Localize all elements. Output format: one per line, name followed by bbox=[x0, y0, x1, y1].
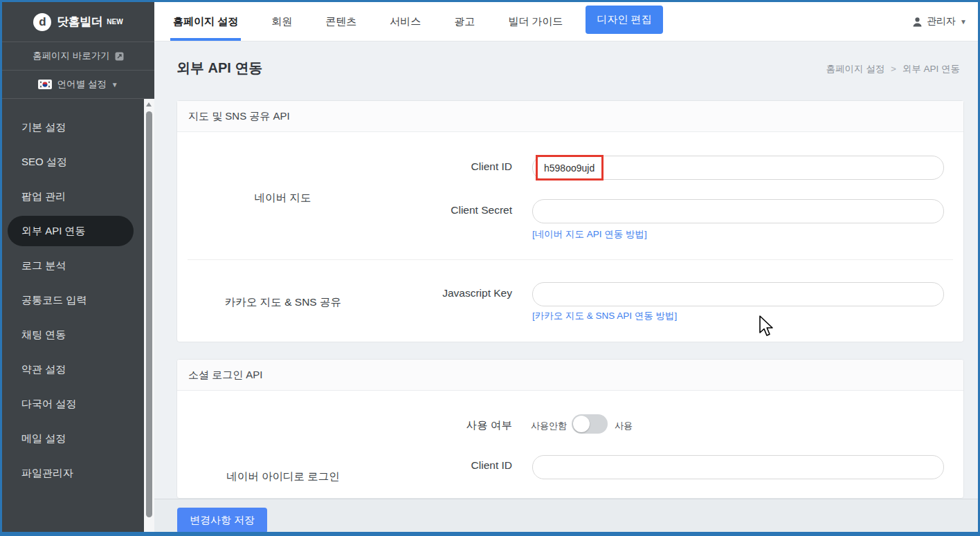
tab-services[interactable]: 서비스 bbox=[390, 2, 421, 41]
breadcrumb-parent[interactable]: 홈페이지 설정 bbox=[826, 64, 885, 74]
kakao-js-key-label: Javascript Key bbox=[374, 287, 512, 299]
sidebar-item-terms-settings[interactable]: 약관 설정 bbox=[2, 352, 145, 387]
sidebar-scrollbar[interactable] bbox=[144, 99, 154, 532]
admin-account-menu[interactable]: 관리자 ▼ bbox=[912, 2, 967, 41]
use-toggle-label: 사용 여부 bbox=[374, 418, 512, 433]
sidebar-menu: 기본 설정 SEO 설정 팝업 관리 외부 API 연동 로그 분석 공통코드 … bbox=[2, 99, 145, 490]
sidebar-item-basic-settings[interactable]: 기본 설정 bbox=[2, 110, 145, 145]
sidebar-item-log-analysis[interactable]: 로그 분석 bbox=[2, 248, 145, 283]
admin-label: 관리자 bbox=[927, 15, 956, 28]
section-divider bbox=[188, 259, 953, 260]
sidebar-item-mail-settings[interactable]: 메일 설정 bbox=[2, 421, 145, 456]
page-title: 외부 API 연동 bbox=[176, 59, 262, 77]
naver-map-api-guide-link[interactable]: [네이버 지도 API 연동 방법] bbox=[532, 228, 647, 241]
use-toggle-switch[interactable] bbox=[572, 414, 608, 434]
naver-login-section-label: 네이버 아이디로 로그인 bbox=[197, 470, 370, 484]
tab-builder-guide[interactable]: 빌더 가이드 bbox=[508, 2, 563, 41]
social-login-api-card: 소셜 로그인 API 사용 여부 사용안함 사용 네이버 아이디로 로그인 Cl… bbox=[176, 359, 964, 499]
mouse-cursor-icon bbox=[759, 315, 774, 338]
naver-client-secret-input[interactable] bbox=[532, 199, 944, 223]
social-client-id-input[interactable] bbox=[532, 455, 944, 479]
korea-flag-icon bbox=[38, 80, 52, 89]
app-logo-text: 닷홈빌더 bbox=[57, 14, 102, 30]
kakao-api-guide-link[interactable]: [카카오 지도 & SNS API 연동 방법] bbox=[532, 310, 677, 322]
app-logo[interactable]: d 닷홈빌더 NEW bbox=[2, 2, 154, 42]
chevron-down-icon: ▼ bbox=[111, 81, 118, 89]
sidebar-item-file-manager[interactable]: 파일관리자 bbox=[2, 456, 145, 490]
sidebar-item-popup-management[interactable]: 팝업 관리 bbox=[2, 179, 145, 214]
card-title-social-login: 소셜 로그인 API bbox=[177, 360, 963, 391]
new-badge: NEW bbox=[107, 18, 122, 26]
breadcrumb-separator: > bbox=[891, 64, 896, 74]
sidebar-item-chat-integration[interactable]: 채팅 연동 bbox=[2, 317, 145, 352]
language-settings-dropdown[interactable]: 언어별 설정 ▼ bbox=[2, 71, 154, 99]
highlight-box bbox=[536, 155, 604, 181]
naver-map-section-label: 네이버 지도 bbox=[205, 191, 361, 205]
user-icon bbox=[912, 17, 923, 27]
shortcut-label: 홈페이지 바로가기 bbox=[33, 50, 110, 62]
toggle-knob bbox=[573, 416, 590, 432]
sidebar-item-multilingual[interactable]: 다국어 설정 bbox=[2, 387, 145, 421]
naver-client-id-label: Client ID bbox=[374, 160, 512, 173]
card-title-map-sns: 지도 및 SNS 공유 API bbox=[177, 101, 963, 132]
map-sns-api-card: 지도 및 SNS 공유 API 네이버 지도 Client ID Client … bbox=[176, 100, 964, 342]
language-settings-label: 언어별 설정 bbox=[57, 78, 106, 91]
scrollbar-up-arrow-icon[interactable] bbox=[146, 102, 152, 107]
external-link-icon bbox=[115, 52, 124, 61]
social-client-id-label: Client ID bbox=[374, 459, 512, 472]
design-edit-button[interactable]: 디자인 편집 bbox=[586, 6, 663, 34]
tab-homepage-settings[interactable]: 홈페이지 설정 bbox=[173, 2, 238, 41]
sidebar: d 닷홈빌더 NEW 홈페이지 바로가기 언어별 설정 ▼ 기본 설정 SEO … bbox=[2, 2, 154, 532]
kakao-js-key-input[interactable] bbox=[532, 282, 944, 306]
chevron-down-icon: ▼ bbox=[960, 18, 967, 26]
breadcrumb: 홈페이지 설정 > 외부 API 연동 bbox=[826, 63, 960, 75]
top-tabs: 홈페이지 설정 회원 콘텐츠 서비스 광고 빌더 가이드 bbox=[154, 2, 980, 41]
naver-client-secret-label: Client Secret bbox=[374, 204, 512, 216]
breadcrumb-current: 외부 API 연동 bbox=[902, 64, 960, 74]
tab-contents[interactable]: 콘텐츠 bbox=[325, 2, 356, 41]
main-content: 외부 API 연동 홈페이지 설정 > 외부 API 연동 지도 및 SNS 공… bbox=[154, 41, 978, 532]
toggle-off-label: 사용안함 bbox=[531, 420, 567, 432]
tab-ads[interactable]: 광고 bbox=[454, 2, 475, 41]
dothome-logo-icon: d bbox=[33, 13, 51, 31]
sidebar-item-seo-settings[interactable]: SEO 설정 bbox=[2, 145, 145, 179]
sidebar-item-external-api[interactable]: 외부 API 연동 bbox=[8, 216, 134, 246]
footer-bar: 변경사항 저장 bbox=[154, 499, 978, 532]
homepage-shortcut-link[interactable]: 홈페이지 바로가기 bbox=[2, 42, 154, 71]
kakao-section-label: 카카오 지도 & SNS 공유 bbox=[197, 295, 370, 310]
sidebar-item-common-code[interactable]: 공통코드 입력 bbox=[2, 283, 145, 317]
toggle-on-label: 사용 bbox=[615, 420, 633, 432]
app-window: d 닷홈빌더 NEW 홈페이지 바로가기 언어별 설정 ▼ 기본 설정 SEO … bbox=[0, 0, 980, 536]
save-changes-button[interactable]: 변경사항 저장 bbox=[177, 508, 267, 533]
sidebar-scrollbar-thumb[interactable] bbox=[146, 111, 152, 517]
top-navigation: 홈페이지 설정 회원 콘텐츠 서비스 광고 빌더 가이드 디자인 편집 관리자 … bbox=[154, 2, 980, 41]
tab-members[interactable]: 회원 bbox=[271, 2, 292, 41]
